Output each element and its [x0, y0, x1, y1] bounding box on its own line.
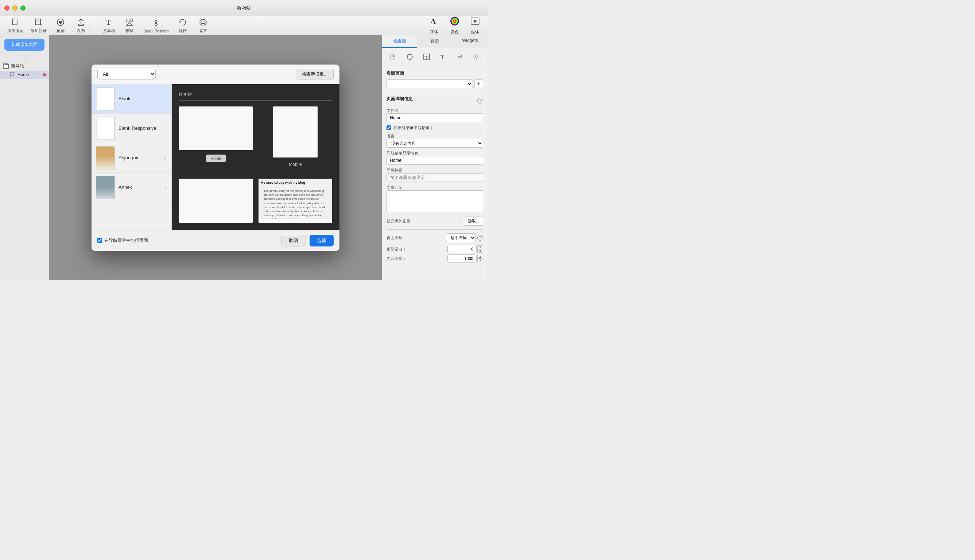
content-width-input[interactable] — [447, 255, 477, 262]
panel-icon-row: T — [382, 48, 488, 66]
top-space-increment[interactable]: ▲ — [477, 245, 483, 249]
panel-settings-icon[interactable] — [470, 51, 482, 63]
footer-include-nav-checkbox[interactable] — [97, 238, 102, 243]
content-width-decrement[interactable]: ▼ — [477, 258, 483, 262]
main-area: 新建母版页面 ··· 新网站 □ Home All 检查新模板... — [0, 35, 488, 280]
page-label: Home — [18, 72, 41, 77]
traffic-lights[interactable] — [4, 5, 25, 10]
modal-body: Blank Blank Responsive — [92, 84, 340, 230]
svg-text:T: T — [106, 18, 111, 26]
publish-icon — [76, 17, 86, 27]
tab-inspector[interactable]: 检查器 — [382, 35, 417, 48]
close-button[interactable] — [4, 5, 10, 10]
mobile-preview-watermark: ···· — [294, 131, 297, 133]
filename-input[interactable] — [387, 113, 483, 122]
template-item-blank-responsive[interactable]: Blank Responsive — [92, 114, 172, 143]
media-label: 媒体 — [471, 29, 479, 35]
publish-button[interactable]: 发布 — [72, 16, 90, 35]
social-media-row: 社交媒体图像 选取... — [387, 217, 483, 226]
footer-actions: 取消 选择 — [281, 235, 333, 247]
page-title-input[interactable] — [387, 173, 483, 182]
algonquin-thumbnail — [96, 146, 115, 170]
secondary-right-inner: My second day with my blog The jummy dai… — [258, 178, 332, 219]
template-item-algonquin[interactable]: Algonquin ⌄ — [92, 143, 172, 173]
algonquin-chevron-icon: ⌄ — [163, 155, 167, 160]
preview-button[interactable]: 预览 — [51, 16, 70, 35]
master-page-section-title: 母版页面 — [387, 70, 483, 77]
template-item-blank[interactable]: Blank — [92, 84, 172, 114]
template-list: Blank Blank Responsive — [92, 84, 172, 230]
layout-dropdown[interactable]: 居中布局 — [446, 233, 476, 242]
master-page-dropdown[interactable] — [387, 80, 473, 88]
content-width-increment[interactable]: ▲ — [477, 255, 483, 258]
social-media-label: 社交媒体图像 — [387, 218, 410, 224]
color-button[interactable]: 颜色 — [447, 15, 463, 36]
template-item-annex[interactable]: Annex ⌄ — [92, 173, 172, 202]
layout-help-icon[interactable]: ? — [477, 235, 483, 241]
include-in-nav-checkbox[interactable] — [387, 125, 391, 130]
modal-header: All 检查新模板... — [92, 65, 340, 84]
top-space-input[interactable] — [447, 245, 477, 253]
top-space-stepper[interactable]: ▲ ▼ — [477, 245, 483, 253]
text-box-button[interactable]: T 文本框 — [100, 16, 118, 35]
panel-shape-icon[interactable] — [404, 51, 416, 63]
svg-text:T: T — [440, 54, 445, 60]
panel-layout-icon[interactable] — [421, 51, 432, 63]
mask-button[interactable]: 遮罩 — [193, 16, 213, 35]
toolbar: 添加页面 添加目录 预览 — [0, 16, 488, 35]
svg-point-31 — [475, 56, 477, 58]
right-panel-tabs: 检查器 资源 Widgets — [382, 35, 488, 48]
maximize-button[interactable] — [20, 5, 25, 10]
new-master-button[interactable]: 新建母版页面 — [4, 38, 45, 51]
add-page-label: 添加页面 — [7, 28, 23, 33]
top-space-label: 顶部空白： — [387, 247, 407, 252]
svg-rect-0 — [12, 19, 17, 25]
page-icon: □ — [10, 72, 15, 77]
select-button[interactable]: 选择 — [310, 235, 333, 247]
titlebar: 新网站 — [0, 0, 488, 16]
top-space-row: 顶部空白： ▲ ▼ — [387, 245, 483, 253]
page-details-help-icon[interactable]: ? — [477, 98, 483, 103]
inspect-templates-button[interactable]: 检查新模板... — [296, 69, 333, 80]
scroll-position-label: Scroll Position — [143, 29, 169, 33]
top-space-decrement[interactable]: ▼ — [477, 249, 483, 253]
add-page-button[interactable]: 添加页面 — [4, 16, 26, 35]
page-desc-label: 网页介绍 — [387, 185, 483, 190]
shapes-button[interactable]: 形状 — [120, 16, 139, 35]
add-toc-button[interactable]: 添加目录 — [28, 16, 50, 35]
minimize-button[interactable] — [12, 5, 18, 10]
footer-include-nav-label: 在导航菜单中包括页面 — [104, 237, 148, 243]
home-preview-label: Home — [179, 152, 253, 164]
media-button[interactable]: 媒体 — [467, 15, 483, 36]
tab-widgets[interactable]: Widgets — [452, 35, 488, 48]
add-master-button[interactable]: + — [474, 80, 483, 88]
toolbar-right: A 字体 — [426, 15, 483, 36]
panel-link-icon[interactable] — [454, 51, 466, 63]
annex-chevron-icon: ⌄ — [163, 185, 167, 190]
section-divider-2 — [387, 229, 483, 230]
content-width-stepper[interactable]: ▲ ▼ — [477, 255, 483, 262]
filename-label: 文件名 — [387, 108, 483, 113]
panel-text-icon[interactable]: T — [437, 51, 449, 63]
blank-responsive-template-name: Blank Responsive — [118, 125, 157, 131]
cancel-button[interactable]: 取消 — [281, 235, 306, 247]
mask-label: 遮罩 — [199, 28, 207, 33]
panel-page-icon[interactable] — [388, 51, 399, 63]
tab-resources[interactable]: 资源 — [417, 35, 452, 48]
pick-social-image-button[interactable]: 选取... — [464, 217, 483, 226]
page-desc-input[interactable] — [387, 190, 483, 212]
template-preview: Blank ···· Home — [172, 84, 340, 230]
svg-point-14 — [130, 19, 133, 22]
template-modal: All 检查新模板... Blank — [92, 65, 340, 251]
rotate-button[interactable]: 旋转 — [173, 16, 192, 35]
font-button[interactable]: A 字体 — [426, 15, 442, 36]
language-dropdown[interactable]: 没有选定内容 — [387, 139, 483, 148]
template-filter-dropdown[interactable]: All — [97, 69, 156, 80]
preview-grid: ···· Home — [179, 107, 332, 223]
svg-text:A: A — [430, 17, 436, 26]
scroll-position-button[interactable]: Scroll Position — [140, 17, 172, 35]
nav-name-input[interactable] — [387, 156, 483, 165]
blog-preview-content: The jummy daisy of the priding and types… — [261, 186, 330, 219]
sidebar-page-home[interactable]: □ Home — [0, 71, 49, 79]
inspector-body: 母版页面 + 页面详细信息 ? 文件名 在导航菜单中包括页面 语言 没有选定内容 — [382, 66, 488, 280]
